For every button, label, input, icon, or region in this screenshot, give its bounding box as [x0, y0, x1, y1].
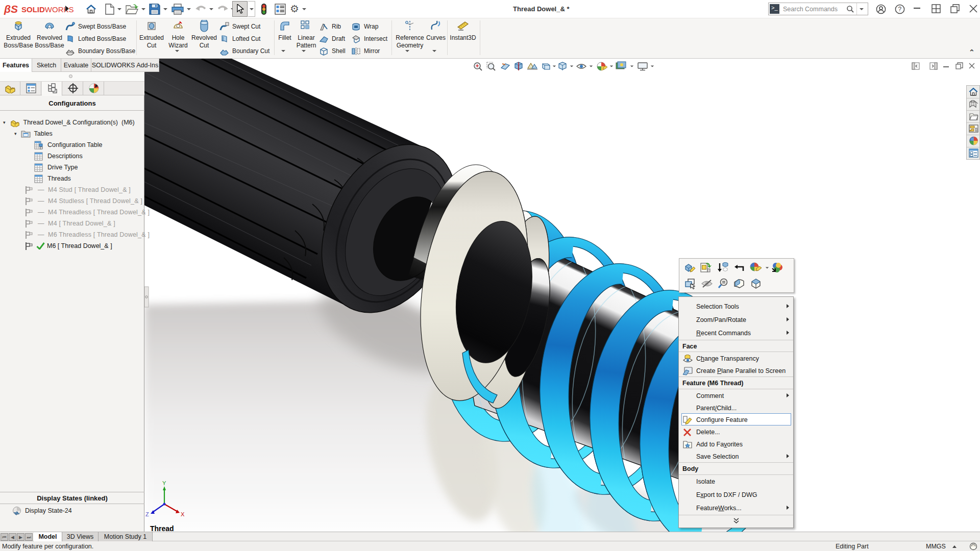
svg-text:Thread: Thread [150, 524, 174, 532]
svg-text:Y: Y [162, 480, 166, 486]
svg-text:?: ? [898, 6, 902, 13]
svg-text:X: X [181, 511, 185, 517]
svg-text:Z: Z [145, 511, 149, 517]
